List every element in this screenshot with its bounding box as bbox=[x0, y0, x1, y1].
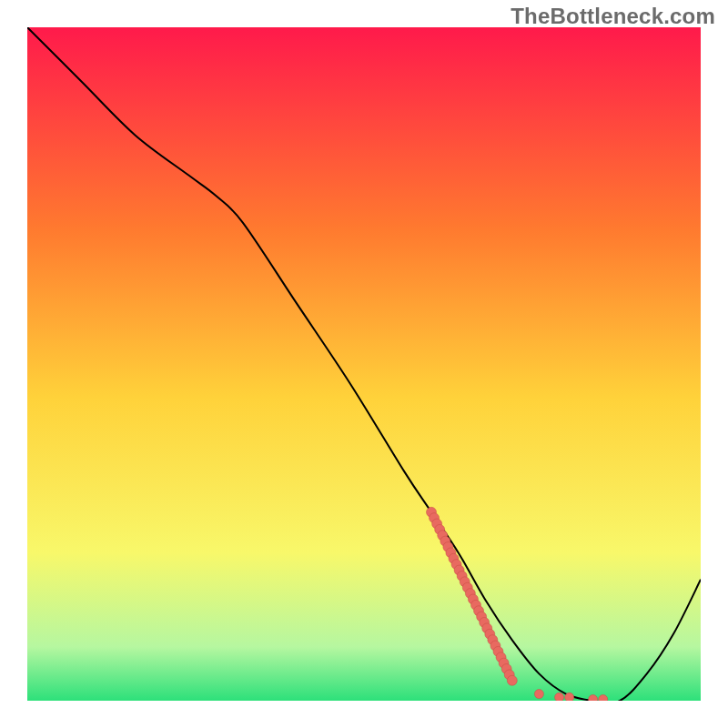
highlight-dot bbox=[534, 690, 543, 699]
plot-svg bbox=[27, 27, 701, 701]
plot-area bbox=[27, 27, 701, 701]
highlight-dot bbox=[555, 693, 564, 701]
watermark-text: TheBottleneck.com bbox=[511, 4, 715, 29]
chart-stage: TheBottleneck.com bbox=[0, 0, 728, 728]
highlight-dot bbox=[565, 693, 574, 701]
highlight-dot bbox=[507, 675, 517, 685]
